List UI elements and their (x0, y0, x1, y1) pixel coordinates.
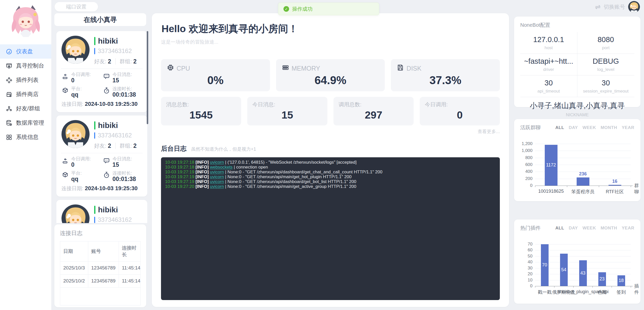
config-cell-port: 8080 port (577, 32, 635, 54)
y-axis-tick: 1,200 (520, 141, 532, 146)
bot-avatar (61, 204, 90, 223)
platform-icon (61, 86, 69, 95)
stat-card: 调用总数: 297 (333, 97, 414, 125)
x-axis-tickmark (535, 286, 535, 288)
console-icon (6, 62, 13, 69)
bot-id: 3373463162 (94, 216, 137, 223)
greeting-subtitle: 这是一场传奇的冒险旅途... (161, 39, 500, 45)
stat-value: 0 (425, 109, 495, 121)
config-label: session_expire_timeout (579, 89, 633, 94)
resource-card-memory: MEMORY 64.9% (276, 59, 385, 91)
bot-card[interactable]: hibiki 3373463162 好友:2群组:2 今日调用: 0 今日消息:… (56, 115, 147, 197)
id-accent-bar (94, 217, 95, 223)
account-avatar[interactable] (628, 1, 640, 13)
bar[interactable] (577, 177, 589, 186)
bot-friend-group-counts: 好友:2群组:2 (94, 58, 137, 65)
plugin-list-icon (6, 77, 13, 84)
bar-value-label: 1172 (541, 162, 561, 168)
config-label: driver (522, 67, 576, 72)
chart-title: 活跃群聊 (520, 124, 541, 131)
x-axis-tickmark (599, 186, 599, 187)
resource-card-disk: DISK 37.3% (391, 59, 500, 91)
chart-tab-day[interactable]: DAY (569, 226, 578, 231)
chart-tab-year[interactable]: YEAR (622, 226, 634, 231)
y-axis-tick: 0 (520, 283, 532, 289)
sidebar-item-plugin-list[interactable]: 插件列表 (0, 73, 51, 87)
gridline (535, 144, 631, 144)
chart-tab-week[interactable]: WEEK (583, 125, 596, 130)
sidebar-item-label: 系统信息 (16, 133, 39, 141)
sidebar-item-plugin-store[interactable]: 插件商店 (0, 87, 51, 101)
chart-tab-month[interactable]: MONTH (601, 125, 617, 130)
stopwatch-icon (103, 171, 110, 180)
sidebar-item-label: 好友/群组 (16, 105, 40, 112)
sidebar-item-label: 数据库管理 (16, 119, 44, 127)
bar[interactable] (609, 185, 621, 186)
bot-stat: 平台: qq (61, 171, 103, 182)
message-icon (103, 156, 110, 165)
bot-id: 3373463162 (94, 132, 137, 139)
stat-value: qq (71, 91, 82, 98)
app-logo (6, 3, 46, 42)
sidebar-item-friends-groups[interactable]: 好友/群组 (0, 101, 51, 116)
config-value: ~fastapi+~htt... (522, 57, 576, 66)
bot-list[interactable]: hibiki 3373463162 好友:2群组:2 今日调用: 0 今日消息:… (56, 31, 147, 223)
sidebar-item-system-info[interactable]: 系统信息 (0, 130, 51, 144)
memory-icon (282, 64, 289, 73)
name-accent-bar (94, 121, 95, 130)
chart-range-tabs: ALLDAYWEEKMONTHYEAR (555, 125, 634, 130)
sidebar-item-dashboard[interactable]: 仪表盘 (0, 44, 51, 59)
stat-label: 今日调用: (71, 72, 91, 77)
x-axis-tickmark (567, 186, 567, 187)
switch-account-button[interactable]: ⇌ 切换账号 (595, 1, 640, 13)
online-bots-title: 在线小真寻 (54, 13, 146, 26)
x-axis-line (535, 286, 633, 286)
stat-label: 平台: (71, 86, 82, 91)
table-row[interactable]: 2025/10/212345678911:45:14 (60, 275, 141, 288)
resource-label: MEMORY (292, 65, 320, 72)
table-cell: 2025/10/2 (60, 275, 88, 288)
bot-id: 3373463162 (94, 47, 137, 55)
bar-chart: 02004006008001,0001,20011721001918625236… (520, 133, 634, 196)
gridline (535, 250, 631, 250)
x-axis-tickmark (592, 286, 593, 288)
resource-value: 0% (167, 74, 264, 87)
axis-name: 群聊 (634, 183, 639, 195)
sidebar-item-label: 插件列表 (16, 76, 39, 84)
sidebar-item-database[interactable]: 数据库管理 (0, 116, 51, 130)
table-row[interactable]: 2025/10/312345678911:45:14 (60, 262, 141, 275)
bot-list-scrollbar[interactable] (147, 31, 148, 124)
message-icon (103, 72, 110, 81)
nonebot-config-grid: 127.0.0.1 host 8080 port ~fastapi+~htt..… (520, 32, 634, 97)
port-settings-button[interactable]: 端口设置 (55, 2, 98, 11)
chart-tab-year[interactable]: YEAR (622, 125, 634, 130)
resource-label: DISK (406, 65, 421, 72)
chart-tab-week[interactable]: WEEK (583, 226, 596, 231)
bar-value-label: 70 (535, 262, 555, 268)
switch-account-label: 切换账号 (604, 3, 625, 10)
bar-value-label: 43 (573, 270, 593, 276)
stat-card: 今日消息: 15 (247, 97, 327, 125)
bot-stat: 今日消息: 15 (103, 156, 142, 168)
main-panel: Hello 欢迎来到真寻的小房间！ 这是一场传奇的冒险旅途... CPU 0% … (152, 13, 509, 307)
bot-card[interactable]: hibiki 3373463162 好友:2群组:2 (56, 200, 147, 223)
y-axis-tick: 40 (520, 260, 532, 265)
resource-value: 64.9% (282, 74, 379, 87)
divider (61, 153, 143, 153)
nickname-block: 小寻子,绪山真寻,小真寻,真寻 NICKNAME (520, 101, 634, 118)
disk-icon (397, 64, 404, 73)
bot-card[interactable]: hibiki 3373463162 好友:2群组:2 今日调用: 0 今日消息:… (56, 31, 147, 112)
view-more-link[interactable]: 查看更多... (161, 128, 500, 135)
resource-cards: CPU 0% MEMORY 64.9% DISK 37.3% (161, 59, 500, 91)
connection-log-table: 日期账号连接时长2025/10/312345678911:45:142025/1… (60, 241, 141, 305)
log-terminal[interactable]: 10-03 19:27:18 [INFO] uvicorn | ('127.0.… (161, 157, 500, 300)
chart-tab-all[interactable]: ALL (555, 125, 564, 130)
bot-connect-date: 连接日期:2024-10-03 19:25:30 (61, 185, 142, 192)
sidebar-item-console[interactable]: 真寻控制台 (0, 59, 51, 73)
chart-tab-day[interactable]: DAY (569, 125, 578, 130)
friends-icon (6, 105, 13, 112)
chart-tab-month[interactable]: MONTH (601, 226, 617, 231)
bot-stats: 今日调用: 0 今日消息: 15 平台: qq 连接时长: 00:01:38 (61, 156, 142, 182)
stat-card: 消息总数: 1545 (161, 97, 241, 125)
chart-tab-all[interactable]: ALL (555, 226, 564, 231)
